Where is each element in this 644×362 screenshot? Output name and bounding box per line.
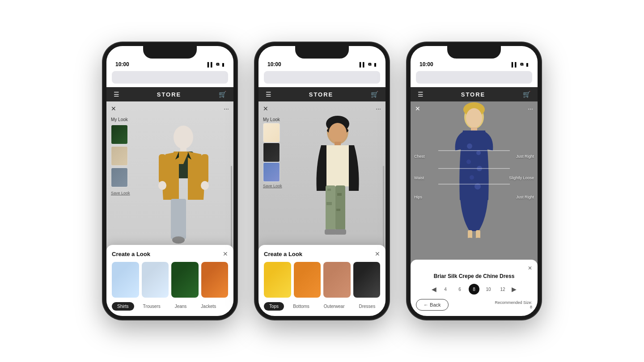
time-2: 10:00 [267, 61, 281, 67]
size-prev[interactable]: ◀ [432, 286, 436, 293]
hips-label: Hips [414, 195, 422, 199]
my-look-panel-2: My Look Save Look [263, 117, 282, 188]
svg-rect-19 [336, 209, 340, 211]
search-bar-1 [106, 69, 233, 87]
battery-icon-2: ▮ [374, 62, 377, 67]
time-3: 10:00 [419, 61, 433, 67]
create-look-sheet-1: Create a Look ✕ Shirts Trousers Jeans Ja… [106, 245, 233, 316]
signal-icon-3: ▌▌ [512, 62, 518, 67]
search-input-3[interactable] [416, 71, 532, 84]
pill-dresses[interactable]: Dresses [354, 302, 381, 311]
item-shirt-1[interactable] [112, 262, 139, 298]
product-info-sheet: ✕ Briar Silk Crepe de Chine Dress ◀ 4 6 … [411, 260, 538, 316]
nav-title-1: STORE [157, 91, 182, 98]
status-icons-2: ▌▌ ᪤ ▮ [360, 62, 377, 67]
size-next[interactable]: ▶ [512, 286, 517, 293]
svg-point-0 [174, 126, 193, 149]
svg-rect-17 [337, 193, 342, 196]
avatar-svg-2 [291, 115, 376, 244]
size-8[interactable]: 8 [469, 284, 479, 295]
svg-rect-14 [326, 185, 335, 230]
back-row: ← Back Recommended Size: 8 [416, 299, 532, 311]
search-input-2[interactable] [264, 71, 380, 84]
product-name: Briar Silk Crepe de Chine Dress [416, 273, 532, 279]
nav-bar-1: ☰ STORE 🛒 [106, 87, 233, 101]
pill-tops[interactable]: Tops [264, 302, 284, 311]
recommended-value: 8 [495, 305, 532, 309]
size-4[interactable]: 4 [440, 284, 451, 295]
look-thumb-top[interactable] [263, 123, 280, 143]
waist-value: Slightly Loose [509, 176, 534, 180]
item-shirt-2[interactable] [142, 262, 169, 298]
look-thumb-jeans-2[interactable] [263, 162, 280, 182]
wifi-icon-1: ᪤ [216, 62, 220, 67]
pill-shirts[interactable]: Shirts [112, 302, 134, 311]
status-icons-1: ▌▌ ᪤ ▮ [208, 62, 225, 67]
pill-jackets[interactable]: Jackets [195, 302, 221, 311]
status-icons-3: ▌▌ ᪤ ▮ [512, 62, 529, 67]
svg-rect-15 [335, 185, 345, 230]
svg-rect-6 [201, 154, 208, 183]
product-sheet-close[interactable]: ✕ [528, 265, 532, 271]
hamburger-icon-2[interactable]: ☰ [266, 91, 271, 98]
sheet-title-1: Create a Look [112, 251, 150, 257]
category-pills-2: Tops Bottoms Outerwear Dresses [264, 302, 380, 311]
battery-icon-3: ▮ [526, 62, 529, 67]
svg-rect-18 [326, 202, 332, 205]
chest-value: Just Right [516, 154, 534, 159]
items-grid-2 [264, 262, 380, 298]
nav-bar-3: ☰ STORE 🛒 [411, 87, 538, 101]
close-btn-2[interactable]: ✕ [263, 105, 268, 112]
mannequin-area-1 [124, 115, 233, 258]
item-top-2[interactable] [294, 262, 321, 298]
scroll-bar-2[interactable] [383, 166, 384, 252]
pill-jeans[interactable]: Jeans [169, 302, 192, 311]
more-btn-1[interactable]: ··· [224, 105, 229, 112]
create-look-sheet-2: Create a Look ✕ Tops Bottoms Outerwear D… [258, 245, 386, 316]
main-content-2: ✕ ··· My Look Save Look [258, 101, 386, 316]
cart-icon-2[interactable]: 🛒 [371, 91, 378, 98]
svg-rect-21 [335, 229, 346, 235]
back-button[interactable]: ← Back [416, 299, 449, 311]
item-top-4[interactable] [353, 262, 381, 298]
pill-bottoms[interactable]: Bottoms [288, 302, 315, 311]
svg-point-35 [474, 238, 483, 242]
svg-point-12 [329, 123, 347, 143]
nav-bar-2: ☰ STORE 🛒 [258, 87, 386, 101]
main-content-1: ✕ ··· My Look Save Look [106, 101, 233, 316]
hamburger-icon-1[interactable]: ☰ [114, 91, 119, 98]
sheet-close-2[interactable]: ✕ [375, 250, 380, 257]
look-thumb-jacket-2[interactable] [263, 143, 280, 162]
item-polo[interactable] [171, 262, 199, 298]
fit-waist-row: Waist Slightly Loose [414, 176, 534, 180]
close-btn-1[interactable]: ✕ [111, 105, 116, 112]
sheet-close-1[interactable]: ✕ [223, 250, 228, 257]
hips-value: Just Right [516, 195, 534, 199]
item-top-3[interactable] [323, 262, 351, 298]
size-12[interactable]: 12 [497, 284, 508, 295]
scroll-bar-1[interactable] [231, 166, 232, 252]
item-top-1[interactable] [264, 262, 291, 298]
sheet-header-2: Create a Look ✕ [264, 250, 380, 257]
item-scarf[interactable] [201, 262, 229, 298]
cart-icon-3[interactable]: 🛒 [523, 91, 530, 98]
pill-trousers[interactable]: Trousers [138, 302, 166, 311]
size-10[interactable]: 10 [483, 284, 494, 295]
pill-outerwear[interactable]: Outerwear [318, 302, 350, 311]
search-input-1[interactable] [112, 71, 228, 84]
time-1: 10:00 [115, 61, 129, 67]
signal-icon-2: ▌▌ [360, 62, 366, 67]
nav-title-2: STORE [309, 91, 334, 98]
sheet-header-1: Create a Look ✕ [112, 250, 228, 257]
phones-container: 10:00 ▌▌ ᪤ ▮ ☰ STORE 🛒 ✕ ··· M [0, 0, 644, 362]
size-6[interactable]: 6 [454, 284, 465, 295]
my-look-label-2: My Look [263, 117, 282, 122]
svg-rect-3 [171, 199, 186, 239]
fit-chest-row: Chest Just Right [414, 154, 534, 159]
cart-icon-1[interactable]: 🛒 [219, 91, 226, 98]
hamburger-icon-3[interactable]: ☰ [418, 91, 424, 98]
svg-point-34 [466, 238, 475, 242]
save-look-link-2[interactable]: Save Look [263, 184, 282, 188]
phone-1: 10:00 ▌▌ ᪤ ▮ ☰ STORE 🛒 ✕ ··· M [103, 42, 237, 320]
size-selector: ◀ 4 6 8 10 12 ▶ [416, 284, 532, 295]
